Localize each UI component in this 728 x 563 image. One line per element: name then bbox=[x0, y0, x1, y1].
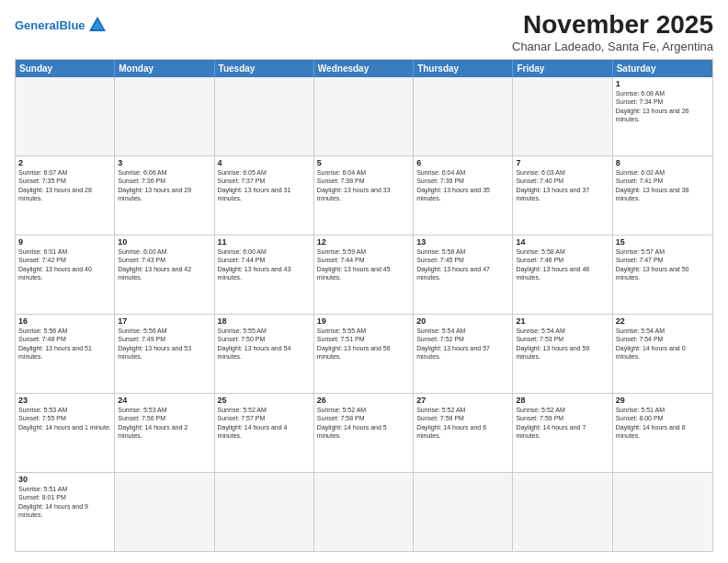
calendar-cell: 30Sunrise: 5:51 AM Sunset: 8:01 PM Dayli… bbox=[16, 473, 115, 551]
day-number: 28 bbox=[516, 396, 609, 405]
day-number: 18 bbox=[218, 316, 311, 326]
calendar-cell: 8Sunrise: 6:02 AM Sunset: 7:41 PM Daylig… bbox=[613, 156, 712, 235]
day-info: Sunrise: 5:53 AM Sunset: 7:55 PM Dayligh… bbox=[18, 406, 111, 431]
calendar-cell bbox=[513, 473, 612, 551]
calendar-cell: 18Sunrise: 5:55 AM Sunset: 7:50 PM Dayli… bbox=[215, 315, 314, 393]
day-number: 15 bbox=[616, 237, 710, 247]
day-number: 7 bbox=[516, 158, 609, 167]
calendar-cell: 19Sunrise: 5:55 AM Sunset: 7:51 PM Dayli… bbox=[314, 315, 414, 393]
day-number: 24 bbox=[118, 396, 210, 405]
cal-header-friday: Friday bbox=[513, 60, 612, 77]
calendar-cell: 23Sunrise: 5:53 AM Sunset: 7:55 PM Dayli… bbox=[16, 394, 115, 472]
calendar-cell: 15Sunrise: 5:57 AM Sunset: 7:47 PM Dayli… bbox=[613, 236, 712, 314]
calendar-cell: 4Sunrise: 6:05 AM Sunset: 7:37 PM Daylig… bbox=[215, 156, 314, 235]
day-number: 26 bbox=[317, 396, 410, 405]
day-info: Sunrise: 5:51 AM Sunset: 8:01 PM Dayligh… bbox=[18, 485, 111, 520]
calendar-cell bbox=[115, 77, 214, 155]
day-number: 17 bbox=[118, 316, 210, 326]
cal-header-sunday: Sunday bbox=[16, 60, 115, 77]
day-info: Sunrise: 5:56 AM Sunset: 7:48 PM Dayligh… bbox=[18, 327, 111, 362]
calendar-cell: 2Sunrise: 6:07 AM Sunset: 7:35 PM Daylig… bbox=[16, 156, 115, 235]
calendar-cell: 14Sunrise: 5:58 AM Sunset: 7:46 PM Dayli… bbox=[513, 236, 612, 314]
calendar-cell: 22Sunrise: 5:54 AM Sunset: 7:54 PM Dayli… bbox=[613, 315, 712, 393]
calendar-body: 1Sunrise: 6:08 AM Sunset: 7:34 PM Daylig… bbox=[16, 77, 712, 551]
calendar-cell: 25Sunrise: 5:52 AM Sunset: 7:57 PM Dayli… bbox=[215, 394, 314, 472]
calendar-row-5: 23Sunrise: 5:53 AM Sunset: 7:55 PM Dayli… bbox=[16, 393, 712, 472]
calendar-cell: 24Sunrise: 5:53 AM Sunset: 7:56 PM Dayli… bbox=[115, 394, 214, 472]
calendar-cell: 13Sunrise: 5:58 AM Sunset: 7:45 PM Dayli… bbox=[414, 236, 513, 314]
calendar-cell: 6Sunrise: 6:04 AM Sunset: 7:39 PM Daylig… bbox=[414, 156, 513, 235]
day-info: Sunrise: 6:02 AM Sunset: 7:41 PM Dayligh… bbox=[616, 168, 710, 203]
calendar-cell bbox=[215, 77, 314, 155]
day-info: Sunrise: 6:00 AM Sunset: 7:44 PM Dayligh… bbox=[218, 247, 311, 282]
day-info: Sunrise: 6:07 AM Sunset: 7:35 PM Dayligh… bbox=[18, 168, 111, 203]
day-info: Sunrise: 5:59 AM Sunset: 7:44 PM Dayligh… bbox=[317, 247, 410, 282]
calendar-cell: 21Sunrise: 5:54 AM Sunset: 7:53 PM Dayli… bbox=[513, 315, 612, 393]
day-info: Sunrise: 6:06 AM Sunset: 7:36 PM Dayligh… bbox=[118, 168, 210, 203]
logo-blue: Blue bbox=[59, 18, 85, 32]
day-number: 16 bbox=[18, 316, 111, 326]
calendar-cell: 16Sunrise: 5:56 AM Sunset: 7:48 PM Dayli… bbox=[16, 315, 115, 393]
day-number: 23 bbox=[18, 396, 111, 405]
page: GeneralBlue November 2025 Chanar Ladeado… bbox=[0, 0, 728, 563]
day-info: Sunrise: 6:05 AM Sunset: 7:37 PM Dayligh… bbox=[218, 168, 311, 203]
calendar-row-1: 1Sunrise: 6:08 AM Sunset: 7:34 PM Daylig… bbox=[16, 77, 712, 155]
calendar-cell: 3Sunrise: 6:06 AM Sunset: 7:36 PM Daylig… bbox=[115, 156, 214, 235]
day-info: Sunrise: 5:52 AM Sunset: 7:57 PM Dayligh… bbox=[218, 406, 311, 441]
title-area: November 2025 Chanar Ladeado, Santa Fe, … bbox=[512, 11, 713, 53]
day-info: Sunrise: 6:04 AM Sunset: 7:39 PM Dayligh… bbox=[416, 168, 509, 203]
logo-text: GeneralBlue bbox=[15, 19, 85, 31]
day-info: Sunrise: 5:54 AM Sunset: 7:54 PM Dayligh… bbox=[616, 327, 710, 362]
day-number: 12 bbox=[317, 237, 410, 247]
calendar-cell: 7Sunrise: 6:03 AM Sunset: 7:40 PM Daylig… bbox=[513, 156, 612, 235]
day-info: Sunrise: 6:00 AM Sunset: 7:43 PM Dayligh… bbox=[118, 247, 210, 282]
calendar-cell: 29Sunrise: 5:51 AM Sunset: 8:00 PM Dayli… bbox=[613, 394, 712, 472]
day-info: Sunrise: 5:52 AM Sunset: 7:58 PM Dayligh… bbox=[416, 406, 509, 441]
day-number: 2 bbox=[18, 158, 111, 167]
calendar-cell bbox=[314, 77, 414, 155]
subtitle: Chanar Ladeado, Santa Fe, Argentina bbox=[512, 40, 713, 53]
day-number: 9 bbox=[18, 237, 111, 247]
calendar-cell: 5Sunrise: 6:04 AM Sunset: 7:38 PM Daylig… bbox=[314, 156, 414, 235]
day-info: Sunrise: 5:58 AM Sunset: 7:46 PM Dayligh… bbox=[516, 247, 609, 282]
calendar-cell bbox=[513, 77, 612, 155]
calendar-cell bbox=[414, 473, 513, 551]
calendar-cell: 1Sunrise: 6:08 AM Sunset: 7:34 PM Daylig… bbox=[613, 77, 712, 155]
day-number: 19 bbox=[317, 316, 410, 326]
logo-icon bbox=[87, 15, 108, 35]
logo: GeneralBlue bbox=[15, 11, 108, 35]
calendar-cell bbox=[16, 77, 115, 155]
day-number: 25 bbox=[218, 396, 311, 405]
day-number: 13 bbox=[416, 237, 509, 247]
day-info: Sunrise: 5:51 AM Sunset: 8:00 PM Dayligh… bbox=[616, 406, 710, 441]
day-info: Sunrise: 5:53 AM Sunset: 7:56 PM Dayligh… bbox=[118, 406, 210, 441]
day-info: Sunrise: 6:08 AM Sunset: 7:34 PM Dayligh… bbox=[616, 89, 710, 124]
cal-header-thursday: Thursday bbox=[414, 60, 513, 77]
day-number: 20 bbox=[416, 316, 509, 326]
month-title: November 2025 bbox=[512, 11, 713, 40]
day-number: 1 bbox=[616, 79, 710, 88]
calendar-row-2: 2Sunrise: 6:07 AM Sunset: 7:35 PM Daylig… bbox=[16, 155, 712, 235]
day-number: 3 bbox=[118, 158, 210, 167]
day-number: 27 bbox=[416, 396, 509, 405]
calendar-cell: 10Sunrise: 6:00 AM Sunset: 7:43 PM Dayli… bbox=[115, 236, 214, 314]
day-info: Sunrise: 5:55 AM Sunset: 7:50 PM Dayligh… bbox=[218, 327, 311, 362]
calendar: SundayMondayTuesdayWednesdayThursdayFrid… bbox=[15, 59, 713, 552]
calendar-cell: 26Sunrise: 5:52 AM Sunset: 7:58 PM Dayli… bbox=[314, 394, 414, 472]
day-info: Sunrise: 5:54 AM Sunset: 7:52 PM Dayligh… bbox=[416, 327, 509, 362]
calendar-cell: 28Sunrise: 5:52 AM Sunset: 7:59 PM Dayli… bbox=[513, 394, 612, 472]
day-number: 8 bbox=[616, 158, 710, 167]
day-info: Sunrise: 6:04 AM Sunset: 7:38 PM Dayligh… bbox=[317, 168, 410, 203]
header: GeneralBlue November 2025 Chanar Ladeado… bbox=[15, 11, 713, 53]
day-info: Sunrise: 5:52 AM Sunset: 7:59 PM Dayligh… bbox=[516, 406, 609, 441]
cal-header-saturday: Saturday bbox=[613, 60, 712, 77]
cal-header-tuesday: Tuesday bbox=[215, 60, 314, 77]
day-number: 30 bbox=[18, 475, 111, 484]
calendar-cell: 9Sunrise: 6:01 AM Sunset: 7:42 PM Daylig… bbox=[16, 236, 115, 314]
day-info: Sunrise: 5:56 AM Sunset: 7:49 PM Dayligh… bbox=[118, 327, 210, 362]
day-info: Sunrise: 6:03 AM Sunset: 7:40 PM Dayligh… bbox=[516, 168, 609, 203]
calendar-cell: 20Sunrise: 5:54 AM Sunset: 7:52 PM Dayli… bbox=[414, 315, 513, 393]
day-number: 14 bbox=[516, 237, 609, 247]
calendar-row-3: 9Sunrise: 6:01 AM Sunset: 7:42 PM Daylig… bbox=[16, 235, 712, 314]
calendar-cell bbox=[314, 473, 414, 551]
